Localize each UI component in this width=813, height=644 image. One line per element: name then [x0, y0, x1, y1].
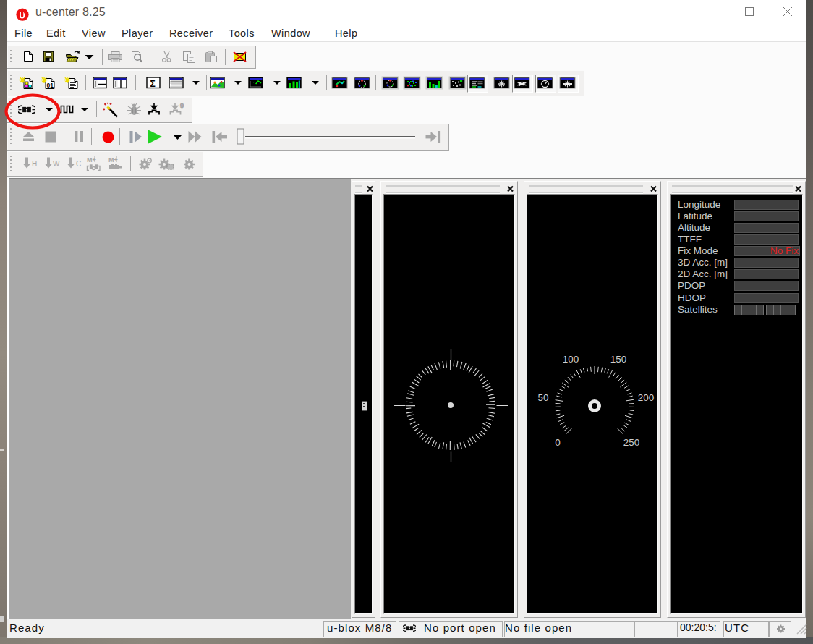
svg-text:100: 100	[563, 354, 579, 365]
svg-text:200: 200	[638, 392, 655, 403]
svg-text:01: 01	[47, 82, 54, 89]
svg-text:C: C	[76, 160, 81, 168]
svg-text:9: 9	[180, 102, 184, 109]
svg-text:Σ: Σ	[150, 79, 156, 89]
svg-text:0: 0	[555, 437, 561, 448]
svg-text:50: 50	[537, 392, 548, 403]
svg-text:250: 250	[623, 437, 640, 448]
svg-text:150: 150	[610, 354, 627, 365]
svg-text:H: H	[32, 160, 37, 168]
svg-text:W: W	[53, 160, 60, 168]
